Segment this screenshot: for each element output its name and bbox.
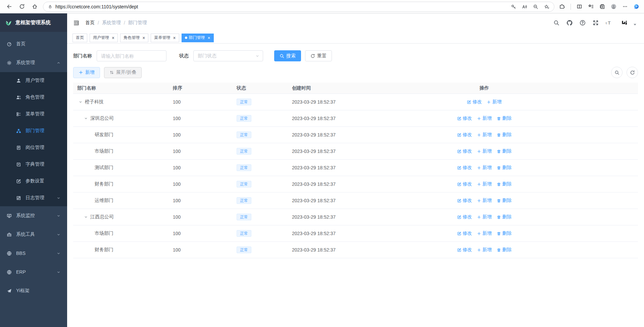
user-avatar[interactable]: [622, 20, 628, 26]
modify-button[interactable]: 修改: [457, 198, 472, 204]
github-icon[interactable]: [566, 20, 573, 26]
modify-button[interactable]: 修改: [457, 230, 472, 236]
extensions-icon[interactable]: [559, 4, 565, 9]
sidebar-item-role-mgmt[interactable]: 角色管理: [0, 89, 67, 106]
sidebar-item-user-mgmt[interactable]: 用户管理: [0, 72, 67, 89]
add-button[interactable]: 新增: [477, 230, 492, 236]
table-row: 财务部门100正常2023-03-29 18:52:37修改新增删除: [73, 176, 638, 193]
fullscreen-icon[interactable]: [593, 20, 599, 26]
password-icon[interactable]: [511, 4, 516, 9]
tab-menu-mgmt[interactable]: 菜单管理×: [151, 34, 179, 42]
toolbar-divider: [571, 4, 571, 10]
zoom-out-icon[interactable]: [533, 4, 538, 9]
delete-button[interactable]: 删除: [497, 132, 512, 138]
add-button[interactable]: 新增: [477, 148, 492, 154]
sidebar-item-bbs[interactable]: BBS: [0, 244, 67, 263]
delete-button[interactable]: 删除: [497, 198, 512, 204]
collapse-sidebar-icon[interactable]: [73, 20, 80, 26]
chevron-up-icon: [57, 61, 60, 65]
sidebar-item-yi-framework[interactable]: Yi框架: [0, 281, 67, 300]
split-screen-icon[interactable]: [577, 4, 582, 9]
address-bar[interactable]: https://ccnetcore.com:1101/system/dept: [43, 2, 554, 12]
add-favorite-icon[interactable]: [544, 4, 549, 9]
close-tab-icon[interactable]: ×: [112, 36, 114, 40]
tab-role-mgmt[interactable]: 角色管理×: [120, 34, 148, 42]
collections-icon[interactable]: [599, 4, 605, 9]
modify-button[interactable]: 修改: [457, 132, 472, 138]
favorites-icon[interactable]: [588, 4, 594, 9]
delete-button[interactable]: 删除: [497, 148, 512, 154]
refresh-table-button[interactable]: [627, 67, 638, 78]
sidebar-item-system-tools[interactable]: 系统工具: [0, 225, 67, 244]
add-button[interactable]: 新增: [477, 115, 492, 121]
sidebar-item-system-mgmt[interactable]: 系统管理: [0, 53, 67, 72]
browser-back-button[interactable]: [5, 2, 13, 11]
modify-button[interactable]: 修改: [457, 247, 472, 253]
table-row: 市场部门100正常2023-03-29 18:52:37修改新增删除: [73, 143, 638, 160]
toggle-search-button[interactable]: [611, 67, 623, 78]
sidebar-item-erp[interactable]: ERP: [0, 263, 67, 281]
close-tab-icon[interactable]: ×: [173, 36, 176, 40]
collapse-row-icon[interactable]: [79, 100, 83, 104]
app-logo: 意框架管理系统: [0, 13, 67, 32]
delete-button[interactable]: 删除: [497, 181, 512, 187]
breadcrumb-item[interactable]: 首页: [85, 20, 95, 26]
add-button[interactable]: 新增: [477, 198, 492, 204]
modify-button[interactable]: 修改: [457, 148, 472, 154]
font-size-icon[interactable]: tT: [606, 20, 612, 26]
expand-collapse-button[interactable]: 展开/折叠: [104, 67, 142, 78]
tab-home[interactable]: 首页: [72, 34, 87, 42]
add-button[interactable]: 新增: [477, 165, 492, 171]
sidebar-item-label: 部门管理: [26, 128, 44, 134]
modify-button[interactable]: 修改: [457, 181, 472, 187]
reset-button[interactable]: 重置: [305, 50, 332, 61]
status-select[interactable]: 部门状态: [193, 50, 263, 61]
add-button[interactable]: 新增: [477, 247, 492, 253]
sidebar-item-menu-mgmt[interactable]: 菜单管理: [0, 106, 67, 122]
breadcrumb-separator: /: [124, 20, 125, 25]
browser-home-button[interactable]: [30, 2, 39, 11]
tab-user-mgmt[interactable]: 用户管理×: [90, 34, 118, 42]
url-text[interactable]: https://ccnetcore.com:1101/system/dept: [55, 4, 508, 9]
delete-button[interactable]: 删除: [497, 230, 512, 236]
browser-refresh-button[interactable]: [17, 2, 26, 11]
search-button[interactable]: 搜索: [274, 50, 301, 61]
close-tab-icon[interactable]: ×: [208, 36, 210, 40]
status-badge: 正常: [237, 197, 251, 204]
sidebar-item-log-mgmt[interactable]: 日志管理: [0, 189, 67, 206]
sidebar-item-post-mgmt[interactable]: 岗位管理: [0, 139, 67, 156]
sidebar-item-system-monitor[interactable]: 系统监控: [0, 206, 67, 225]
tab-dept-mgmt[interactable]: 部门管理×: [182, 34, 214, 42]
sidebar-item-dict-mgmt[interactable]: 字典管理: [0, 156, 67, 173]
close-tab-icon[interactable]: ×: [142, 36, 145, 40]
help-icon[interactable]: [580, 20, 586, 26]
header-search-icon[interactable]: [553, 20, 559, 26]
add-button[interactable]: 新增: [477, 214, 492, 220]
add-button[interactable]: 新增: [487, 99, 502, 105]
delete-button[interactable]: 删除: [497, 214, 512, 220]
copilot-icon[interactable]: [634, 4, 639, 9]
browser-menu-icon[interactable]: [622, 4, 628, 9]
edit-square-icon: [457, 182, 461, 186]
user-menu-caret-icon[interactable]: [632, 21, 638, 28]
ops-cell: 修改新增删除: [392, 181, 577, 187]
sidebar-item-home[interactable]: 首页: [0, 35, 67, 53]
delete-button[interactable]: 删除: [497, 247, 512, 253]
collapse-row-icon[interactable]: [84, 215, 88, 219]
dept-name-input[interactable]: [97, 50, 166, 61]
sidebar-item-param-settings[interactable]: 参数设置: [0, 173, 67, 189]
modify-button[interactable]: 修改: [457, 115, 472, 121]
sidebar-item-dept-mgmt[interactable]: 部门管理: [0, 122, 67, 139]
add-button[interactable]: 新增: [477, 132, 492, 138]
modify-button[interactable]: 修改: [467, 99, 482, 105]
add-button[interactable]: 新增: [477, 181, 492, 187]
plus-icon: [477, 182, 481, 186]
collapse-row-icon[interactable]: [84, 116, 88, 120]
delete-button[interactable]: 删除: [497, 115, 512, 121]
read-aloud-icon[interactable]: [522, 4, 527, 9]
modify-button[interactable]: 修改: [457, 214, 472, 220]
profile-avatar[interactable]: [611, 4, 616, 9]
delete-button[interactable]: 删除: [497, 165, 512, 171]
modify-button[interactable]: 修改: [457, 165, 472, 171]
add-button[interactable]: 新增: [73, 67, 100, 78]
